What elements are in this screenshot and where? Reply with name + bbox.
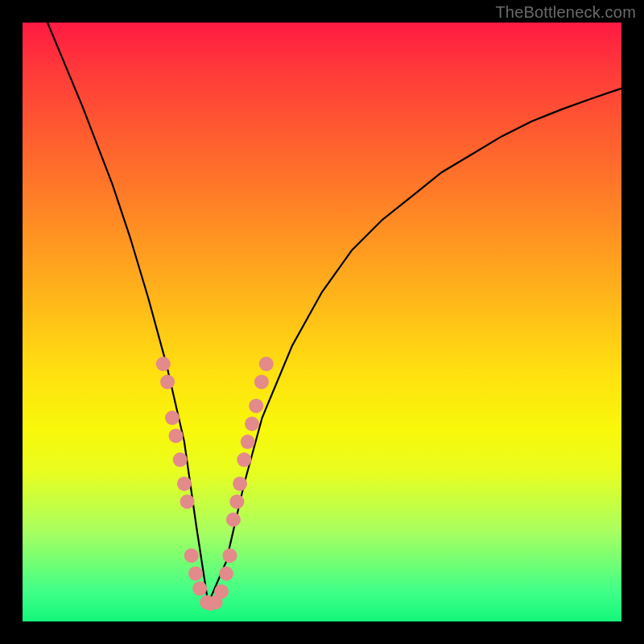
watermark-label: TheBottleneck.com [495, 3, 636, 22]
chart-svg [23, 23, 621, 621]
sample-dot [177, 477, 192, 491]
sample-dot [173, 452, 188, 467]
outer-frame: TheBottleneck.com [0, 0, 644, 644]
sample-dot [214, 584, 229, 599]
sample-dot [237, 452, 251, 467]
sample-dot [233, 477, 247, 491]
sample-dot [259, 357, 274, 371]
sample-dot [180, 494, 195, 509]
bottleneck-curve [23, 23, 621, 604]
sample-dot [169, 428, 184, 443]
sample-dot [245, 417, 259, 431]
sample-dot [241, 435, 255, 449]
sample-dot [165, 411, 180, 425]
sample-dot [219, 567, 233, 581]
sample-dot [222, 548, 237, 563]
sample-dot [184, 548, 199, 563]
sample-dot [160, 374, 175, 389]
sample-dot [229, 494, 244, 509]
sample-dot [156, 357, 171, 371]
sample-dot [226, 513, 241, 527]
sample-dot [188, 567, 203, 581]
sample-dot [249, 398, 263, 413]
sample-dot [192, 581, 207, 596]
sample-dot [254, 374, 269, 389]
plot-area [23, 23, 621, 621]
